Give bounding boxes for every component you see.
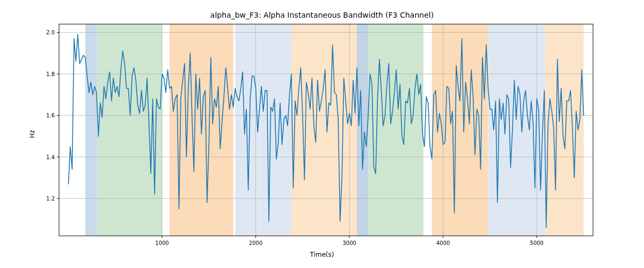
y-tick-label: 1.6 [46, 113, 55, 118]
y-tick-label: 2.0 [46, 29, 55, 35]
x-axis: 10002000300040005000 [155, 236, 544, 246]
y-tick-label: 1.4 [46, 154, 55, 160]
y-tick-label: 1.8 [46, 71, 55, 77]
x-tick-label: 4000 [436, 240, 450, 246]
x-tick-label: 5000 [530, 240, 544, 246]
chart-figure: alpha_bw_F3: Alpha Instantaneous Bandwid… [0, 0, 644, 268]
svg-rect-8 [432, 24, 488, 236]
chart-svg: 100020003000400050001.21.41.61.82.0 [0, 0, 644, 268]
region-bands [85, 24, 584, 236]
svg-rect-6 [357, 24, 368, 236]
svg-rect-2 [98, 24, 162, 236]
svg-rect-5 [291, 24, 357, 236]
x-tick-label: 3000 [342, 240, 356, 246]
x-tick-label: 2000 [249, 240, 262, 246]
y-tick-label: 1.2 [46, 196, 55, 202]
y-axis: 1.21.41.61.82.0 [46, 29, 59, 202]
svg-rect-1 [85, 24, 98, 236]
x-tick-label: 1000 [155, 240, 169, 246]
